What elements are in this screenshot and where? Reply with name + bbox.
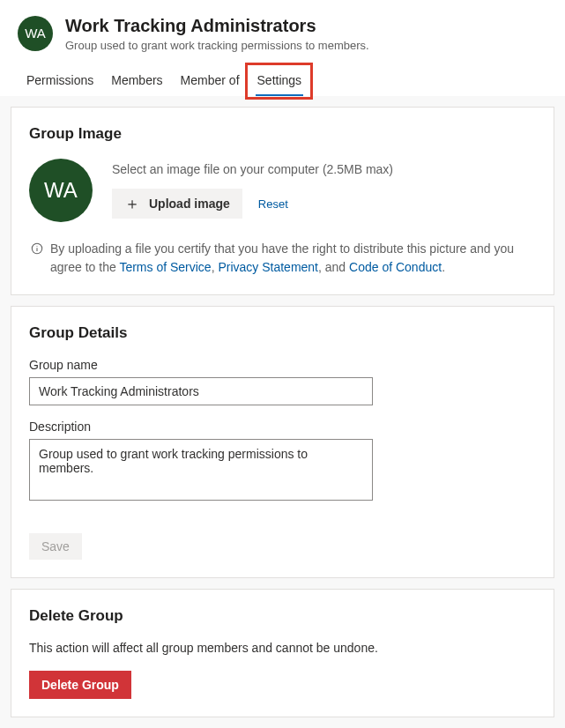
upload-hint: Select an image file on your computer (2… <box>112 162 393 176</box>
upload-disclaimer: By uploading a file you certify that you… <box>29 240 536 277</box>
description-textarea[interactable] <box>29 439 373 501</box>
terms-of-service-link[interactable]: Terms of Service <box>119 260 211 274</box>
tab-bar: Permissions Members Member of Settings <box>0 59 565 96</box>
save-button[interactable]: Save <box>29 533 82 560</box>
delete-group-heading: Delete Group <box>29 607 536 625</box>
description-label: Description <box>29 420 536 434</box>
group-details-heading: Group Details <box>29 324 536 342</box>
page-title: Work Tracking Administrators <box>65 14 369 37</box>
code-of-conduct-link[interactable]: Code of Conduct <box>349 260 442 274</box>
delete-warning-text: This action will affect all group member… <box>29 641 536 655</box>
delete-group-button[interactable]: Delete Group <box>29 671 131 699</box>
tab-permissions[interactable]: Permissions <box>18 68 102 96</box>
group-image-heading: Group Image <box>29 125 536 143</box>
tab-settings[interactable]: Settings <box>249 68 311 96</box>
group-avatar-small: WA <box>18 16 53 51</box>
group-avatar-large: WA <box>29 159 93 222</box>
plus-icon: ＋ <box>124 196 140 212</box>
svg-point-2 <box>36 246 37 247</box>
delete-group-card: Delete Group This action will affect all… <box>11 589 554 717</box>
group-name-label: Group name <box>29 358 536 372</box>
reset-link[interactable]: Reset <box>258 197 288 211</box>
group-details-card: Group Details Group name Description Sav… <box>11 306 554 578</box>
header-text: Work Tracking Administrators Group used … <box>65 14 369 52</box>
upload-section: Select an image file on your computer (2… <box>112 162 393 219</box>
group-name-field-group: Group name <box>29 358 536 405</box>
upload-controls: ＋ Upload image Reset <box>112 189 393 219</box>
info-icon <box>31 241 43 277</box>
privacy-statement-link[interactable]: Privacy Statement <box>218 260 318 274</box>
disclaimer-text: By uploading a file you certify that you… <box>50 240 536 277</box>
image-row: WA Select an image file on your computer… <box>29 159 536 222</box>
description-field-group: Description <box>29 420 536 519</box>
group-image-card: Group Image WA Select an image file on y… <box>11 107 554 295</box>
upload-image-button[interactable]: ＋ Upload image <box>112 189 242 219</box>
upload-button-label: Upload image <box>149 197 230 211</box>
page-header: WA Work Tracking Administrators Group us… <box>0 0 565 59</box>
tab-members[interactable]: Members <box>102 68 171 96</box>
page-subtitle: Group used to grant work tracking permis… <box>65 39 369 52</box>
group-name-input[interactable] <box>29 377 373 405</box>
tab-member-of[interactable]: Member of <box>172 68 249 96</box>
